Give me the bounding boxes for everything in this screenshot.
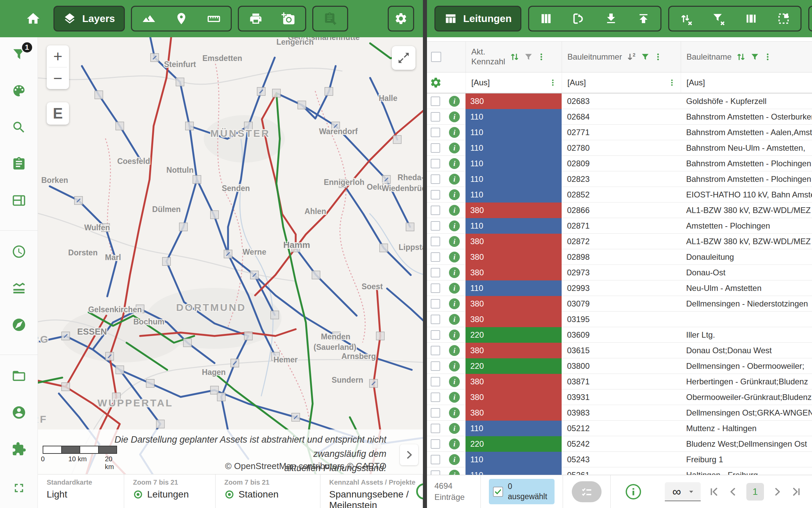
table-row[interactable]: i11002852EIOST-HATHO 110 kV, Bahn Amstet… xyxy=(427,187,812,203)
sidebar-item-charts[interactable] xyxy=(12,281,26,296)
aggregate-cell[interactable]: [Aus] xyxy=(681,72,812,93)
row-info-button[interactable]: i xyxy=(449,345,460,356)
aggregate-cell[interactable]: [Aus] xyxy=(562,72,681,93)
row-info-button[interactable]: i xyxy=(449,392,460,403)
table-row[interactable]: i11002684Bahnstrom Amstetten - Osterburk… xyxy=(427,109,812,125)
row-checkbox[interactable] xyxy=(431,299,440,309)
row-checkbox[interactable] xyxy=(431,377,440,386)
aggregate-menu-button[interactable] xyxy=(668,79,676,87)
sort-button[interactable] xyxy=(509,51,520,62)
row-info-button[interactable]: i xyxy=(449,283,460,294)
row-info-button[interactable]: i xyxy=(449,205,460,216)
previous-page-button[interactable] xyxy=(728,487,738,497)
map-area[interactable]: GeorgsmarienhütteLengerichEmsdettenStein… xyxy=(38,37,423,474)
row-info-button[interactable]: i xyxy=(449,189,460,200)
row-checkbox[interactable] xyxy=(431,143,440,153)
row-checkbox[interactable] xyxy=(431,237,440,246)
row-checkbox[interactable] xyxy=(431,455,440,464)
select-area-button[interactable] xyxy=(777,12,790,25)
row-info-button[interactable]: i xyxy=(449,298,460,309)
row-info-button[interactable]: i xyxy=(449,454,460,465)
current-page-indicator[interactable]: 1 xyxy=(746,483,764,501)
filter-button[interactable] xyxy=(524,52,533,61)
table-row[interactable]: i11002823Bahnstrom Amstetten - Plochinge… xyxy=(427,171,812,187)
map-expand-button[interactable] xyxy=(392,46,415,70)
table-row[interactable]: i38002683Goldshöfe - Kupferzell xyxy=(427,93,812,109)
row-checkbox[interactable] xyxy=(431,283,440,293)
row-info-button[interactable]: i xyxy=(449,143,460,153)
selection-info[interactable]: 0 ausgewählt xyxy=(489,479,555,505)
sidebar-item-panels[interactable] xyxy=(12,193,26,208)
table-row[interactable]: i38003931Obermooweiler-Grünkraut;Bludenz xyxy=(427,389,812,405)
last-page-button[interactable] xyxy=(790,486,802,498)
page-size-select[interactable]: ∞ xyxy=(665,482,701,501)
table-row[interactable]: i11005243Freiburg 1 xyxy=(427,452,812,467)
edit-mode-button[interactable]: E xyxy=(47,102,69,125)
table-row[interactable]: i38002872AL1-BZW 380 kV, BZW-WDL/MEZ xyxy=(427,234,812,249)
row-checkbox[interactable] xyxy=(431,346,440,355)
filter-button[interactable] xyxy=(641,52,650,61)
map-clipboard-add-button[interactable] xyxy=(323,12,337,25)
row-info-button[interactable]: i xyxy=(449,407,460,418)
aggregate-gear-button[interactable] xyxy=(430,77,442,89)
statusbar-section-spannungsebene-meilenstein[interactable]: Kennzahl Assets / ProjekteSpannungsebene… xyxy=(320,474,423,508)
layers-button[interactable]: Layers xyxy=(53,6,125,31)
selection-checkbox[interactable] xyxy=(493,487,503,497)
columns-button[interactable] xyxy=(539,12,553,25)
import-button[interactable] xyxy=(637,12,650,25)
panel-divider[interactable] xyxy=(423,0,427,508)
map-collapse-button[interactable] xyxy=(400,444,418,465)
column-header-bauleitnummer[interactable]: Bauleitnummer2 xyxy=(562,42,681,72)
map-canvas[interactable]: GeorgsmarienhütteLengerichEmsdettenStein… xyxy=(38,37,423,474)
row-info-button[interactable]: i xyxy=(449,127,460,138)
row-info-button[interactable]: i xyxy=(449,267,460,278)
row-checkbox[interactable] xyxy=(431,424,440,433)
leitungen-table-button[interactable]: Leitungen xyxy=(434,6,521,31)
row-info-button[interactable]: i xyxy=(449,158,460,169)
sort-button[interactable]: 2 xyxy=(626,51,637,62)
sidebar-item-history[interactable] xyxy=(12,244,26,259)
table-row[interactable]: i11002871Amstetten - Plochingen xyxy=(427,218,812,234)
row-checkbox[interactable] xyxy=(431,174,440,184)
sidebar-item-tasks[interactable] xyxy=(12,156,26,171)
table-row[interactable]: i38003983Dellmensingen Ost;GRKA-WNGEN xyxy=(427,405,812,421)
row-checkbox[interactable] xyxy=(431,470,440,475)
clear-sort-button[interactable] xyxy=(679,12,693,25)
row-checkbox[interactable] xyxy=(431,361,440,371)
table-row[interactable]: i38003195 xyxy=(427,312,812,327)
aggregate-cell[interactable]: [Aus] xyxy=(466,72,562,93)
row-info-button[interactable]: i xyxy=(449,111,460,122)
column-menu-button[interactable] xyxy=(654,52,662,61)
screenshot-button[interactable] xyxy=(281,12,295,25)
row-info-button[interactable]: i xyxy=(449,423,460,434)
table-row[interactable]: i38002973Donau-Ost xyxy=(427,265,812,280)
row-info-button[interactable]: i xyxy=(449,96,460,107)
sidebar-item-filter[interactable]: 1 xyxy=(12,47,26,62)
row-info-button[interactable]: i xyxy=(449,439,460,449)
table-row[interactable]: i22003609Iller Ltg. xyxy=(427,327,812,343)
clear-filter-button[interactable] xyxy=(712,12,725,25)
reorder-columns-button[interactable] xyxy=(572,12,585,25)
sidebar-item-projects[interactable] xyxy=(12,368,26,383)
row-checkbox[interactable] xyxy=(431,97,440,106)
row-checkbox[interactable] xyxy=(431,268,440,277)
info-button[interactable] xyxy=(623,483,644,501)
table-row[interactable]: i38003871Herbertingen - Grünkraut;Bluden… xyxy=(427,374,812,389)
zoom-in-button[interactable]: + xyxy=(47,45,69,67)
fullscreen-button[interactable] xyxy=(0,481,38,495)
measure-button[interactable] xyxy=(207,12,221,25)
row-info-button[interactable]: i xyxy=(449,470,460,475)
row-checkbox[interactable] xyxy=(431,330,440,340)
next-page-button[interactable] xyxy=(772,487,782,497)
row-info-button[interactable]: i xyxy=(449,361,460,372)
column-header-kennzahl[interactable]: Akt.Kennzahl xyxy=(466,42,562,72)
filter-button[interactable] xyxy=(750,52,759,61)
row-info-button[interactable]: i xyxy=(449,252,460,262)
row-info-button[interactable]: i xyxy=(449,220,460,231)
row-info-button[interactable]: i xyxy=(449,376,460,387)
select-all-checkbox[interactable] xyxy=(431,52,441,62)
terrain-button[interactable] xyxy=(142,12,156,25)
print-button[interactable] xyxy=(249,12,263,25)
sort-button[interactable] xyxy=(736,51,746,62)
table-row[interactable]: i38002866AL1-BZW 380 kV, BZW-WDL/MEZ xyxy=(427,203,812,218)
